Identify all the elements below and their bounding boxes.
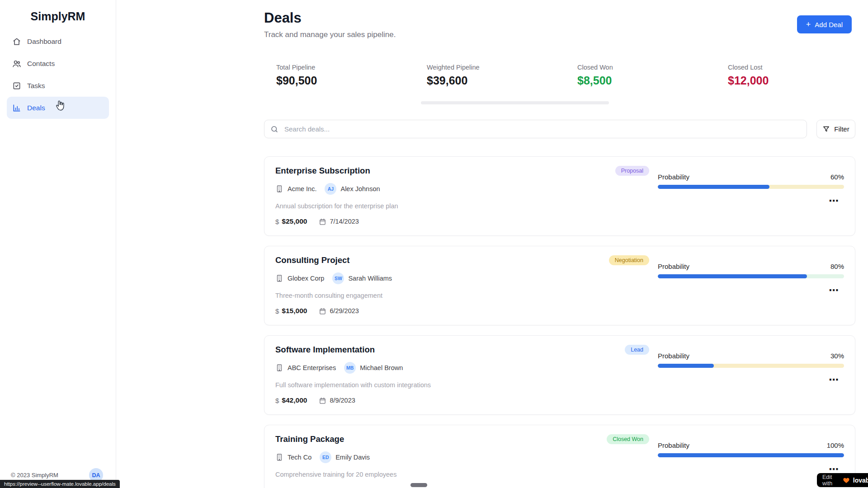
deal-contact: Alex Johnson bbox=[340, 185, 380, 192]
probability-bar-track bbox=[658, 453, 844, 457]
deal-card[interactable]: Training Package Tech Co ED Emily Davis … bbox=[264, 425, 855, 488]
add-deal-button[interactable]: + Add Deal bbox=[797, 15, 852, 33]
home-icon bbox=[12, 37, 21, 46]
deal-title: Consulting Project bbox=[275, 255, 392, 265]
calendar-icon bbox=[319, 397, 326, 404]
contact-avatar: ED bbox=[320, 451, 331, 463]
deal-meta: Acme Inc. AJ Alex Johnson bbox=[275, 183, 398, 195]
deal-date: 8/9/2023 bbox=[330, 397, 355, 404]
deal-company: ABC Enterprises bbox=[288, 364, 336, 371]
sidebar-item-dashboard[interactable]: Dashboard bbox=[7, 30, 109, 52]
building-icon bbox=[275, 185, 283, 193]
deal-description: Annual subscription for the enterprise p… bbox=[275, 202, 398, 210]
pipeline-stat: Total Pipeline $90,500 bbox=[264, 64, 415, 87]
deal-title: Enterprise Subscription bbox=[275, 166, 398, 176]
pipeline-stat: Weighted Pipeline $39,600 bbox=[415, 64, 565, 87]
deal-status: Proposal Probability 60% ⋯ bbox=[615, 163, 844, 235]
probability-bar-track bbox=[658, 185, 844, 189]
dollar-icon: $ bbox=[275, 397, 279, 404]
deals-icon bbox=[12, 103, 21, 113]
stat-value: $8,500 bbox=[577, 74, 716, 87]
toolbar: Filter bbox=[264, 120, 855, 138]
search-icon bbox=[270, 125, 278, 133]
probability-value: 60% bbox=[830, 173, 844, 181]
more-options-button[interactable]: ⋯ bbox=[826, 195, 841, 207]
probability-bar-fill bbox=[658, 364, 714, 368]
probability-bar-fill bbox=[658, 274, 807, 278]
probability-block: Probability 100% ⋯ bbox=[658, 441, 844, 475]
sidebar-nav: Dashboard Contacts Tasks Deals bbox=[7, 30, 109, 119]
stage-badge: Closed Won bbox=[607, 434, 649, 444]
sidebar-item-label: Tasks bbox=[27, 82, 45, 90]
deal-company: Globex Corp bbox=[288, 275, 324, 282]
deal-description: Three-month consulting engagement bbox=[275, 292, 392, 299]
probability-bar-track bbox=[658, 274, 844, 278]
stage-badge: Proposal bbox=[615, 166, 649, 176]
deal-meta: Tech Co ED Emily Davis bbox=[275, 451, 396, 463]
deal-footer: $ $25,000 7/14/2023 bbox=[275, 217, 398, 225]
deal-card[interactable]: Software Implementation ABC Enterprises … bbox=[264, 335, 855, 415]
deal-description: Comprehensive training for 20 employees bbox=[275, 471, 396, 478]
deal-status: Negotiation Probability 80% ⋯ bbox=[609, 253, 844, 325]
main-content: Deals Track and manage your sales pipeli… bbox=[264, 0, 855, 488]
deal-contact: Sarah Williams bbox=[348, 275, 392, 282]
filter-button[interactable]: Filter bbox=[816, 120, 855, 138]
deal-contact: Michael Brown bbox=[360, 364, 403, 371]
stage-badge: Negotiation bbox=[609, 255, 649, 265]
more-options-button[interactable]: ⋯ bbox=[826, 374, 841, 386]
contacts-icon bbox=[12, 59, 21, 68]
probability-block: Probability 80% ⋯ bbox=[658, 263, 844, 296]
sidebar-item-deals[interactable]: Deals bbox=[7, 97, 109, 119]
deal-info: Consulting Project Globex Corp SW Sarah … bbox=[275, 253, 392, 325]
stage-badge: Lead bbox=[625, 345, 649, 355]
probability-value: 30% bbox=[830, 352, 844, 360]
deal-title: Training Package bbox=[275, 434, 396, 444]
deal-amount: $15,000 bbox=[282, 307, 307, 315]
pipeline-stat: Closed Lost $12,000 bbox=[716, 64, 866, 87]
deal-info: Software Implementation ABC Enterprises … bbox=[275, 342, 431, 414]
deal-meta: ABC Enterprises MB Michael Brown bbox=[275, 362, 431, 374]
horizontal-scrollbar-thumb[interactable] bbox=[410, 483, 427, 487]
probability-value: 80% bbox=[830, 263, 844, 270]
edit-badge-prefix: Edit with bbox=[822, 474, 840, 487]
tasks-icon bbox=[12, 81, 21, 90]
deal-card[interactable]: Enterprise Subscription Acme Inc. AJ Ale… bbox=[264, 156, 855, 236]
more-options-button[interactable]: ⋯ bbox=[826, 285, 841, 296]
stat-value: $39,600 bbox=[427, 74, 565, 87]
deal-card[interactable]: Consulting Project Globex Corp SW Sarah … bbox=[264, 246, 855, 325]
pipeline-stat: Closed Won $8,500 bbox=[565, 64, 716, 87]
sidebar-item-contacts[interactable]: Contacts bbox=[7, 52, 109, 75]
deal-status: Closed Won Probability 100% ⋯ bbox=[607, 432, 844, 488]
search-box bbox=[264, 120, 807, 138]
stat-value: $90,500 bbox=[276, 74, 415, 87]
deal-meta: Globex Corp SW Sarah Williams bbox=[275, 272, 392, 284]
dollar-icon: $ bbox=[275, 218, 279, 225]
filter-icon bbox=[822, 125, 830, 133]
probability-label: Probability bbox=[658, 173, 689, 181]
edit-with-lovable-badge[interactable]: Edit with lovable bbox=[817, 473, 868, 487]
deal-footer: $ $15,000 6/29/2023 bbox=[275, 307, 392, 315]
deal-contact: Emily Davis bbox=[335, 454, 370, 461]
stats-row: Total Pipeline $90,500 Weighted Pipeline… bbox=[264, 64, 866, 87]
search-input[interactable] bbox=[283, 125, 801, 133]
building-icon bbox=[275, 364, 283, 372]
probability-bar-track bbox=[658, 364, 844, 368]
deal-company: Tech Co bbox=[288, 454, 311, 461]
stat-label: Weighted Pipeline bbox=[427, 64, 565, 71]
probability-value: 100% bbox=[827, 441, 844, 449]
probability-label: Probability bbox=[658, 352, 689, 360]
sidebar-item-label: Dashboard bbox=[27, 38, 61, 46]
deal-info: Training Package Tech Co ED Emily Davis … bbox=[275, 432, 396, 488]
sidebar-item-tasks[interactable]: Tasks bbox=[7, 75, 109, 97]
sidebar: SimplyRM Dashboard Contacts Tasks Deals … bbox=[0, 0, 116, 488]
probability-label: Probability bbox=[658, 263, 689, 270]
probability-bar-fill bbox=[658, 185, 769, 189]
deal-date: 7/14/2023 bbox=[330, 218, 359, 225]
browser-status-url: https://preview--userflow-mate.lovable.a… bbox=[0, 480, 120, 488]
copyright-text: © 2023 SimplyRM bbox=[11, 472, 58, 479]
deal-list: Enterprise Subscription Acme Inc. AJ Ale… bbox=[264, 156, 855, 488]
page-subtitle: Track and manage your sales pipeline. bbox=[264, 30, 855, 39]
contact-avatar: AJ bbox=[325, 183, 336, 195]
page-title: Deals bbox=[264, 10, 855, 26]
stat-label: Total Pipeline bbox=[276, 64, 415, 71]
